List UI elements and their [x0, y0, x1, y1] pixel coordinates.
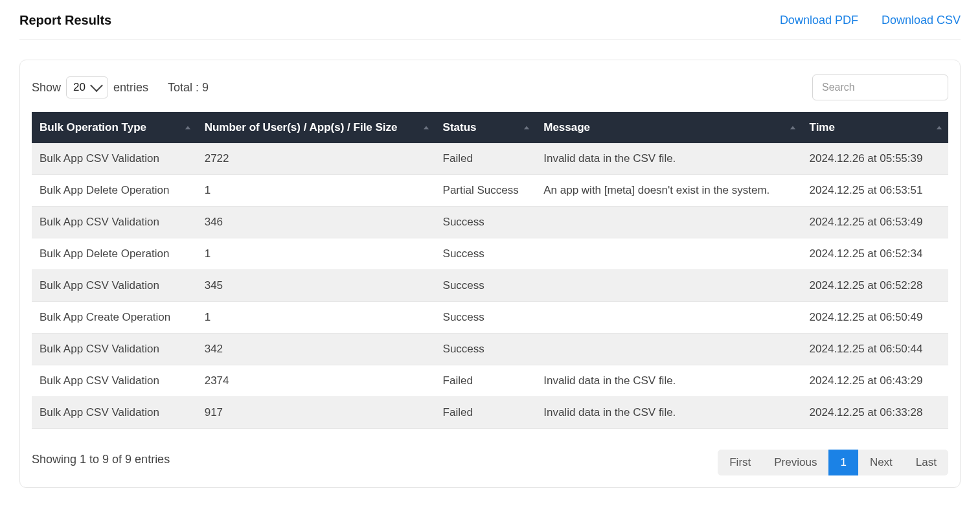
total-count: Total : 9 [168, 81, 209, 95]
page-title: Report Results [19, 13, 111, 28]
table-row: Bulk App CSV Validation346Success2024.12… [32, 207, 948, 238]
showing-entries: Showing 1 to 9 of 9 entries [32, 450, 170, 466]
cell-status: Failed [435, 143, 536, 175]
cell-status: Partial Success [435, 175, 536, 207]
report-table: Bulk Operation Type Number of User(s) / … [32, 112, 948, 429]
table-row: Bulk App CSV Validation917FailedInvalid … [32, 397, 948, 429]
cell-time: 2024.12.25 at 06:53:51 [802, 175, 948, 207]
cell-status: Failed [435, 365, 536, 397]
cell-number: 917 [197, 397, 435, 429]
cell-type: Bulk App CSV Validation [32, 143, 197, 175]
table-row: Bulk App Delete Operation1Partial Succes… [32, 175, 948, 207]
table-header-row: Bulk Operation Type Number of User(s) / … [32, 112, 948, 143]
cell-type: Bulk App Delete Operation [32, 175, 197, 207]
page-next-button[interactable]: Next [858, 450, 904, 475]
cell-number: 1 [197, 175, 435, 207]
page-number-button[interactable]: 1 [828, 450, 858, 475]
page-first-button[interactable]: First [718, 450, 762, 475]
controls-row: Show 20 entries Total : 9 [32, 74, 948, 100]
cell-message [536, 207, 801, 238]
sort-icon [937, 126, 942, 130]
cell-message [536, 270, 801, 302]
sort-icon [424, 126, 429, 130]
header-bar: Report Results Download PDF Download CSV [19, 13, 961, 40]
cell-message: Invalid data in the CSV file. [536, 397, 801, 429]
cell-status: Failed [435, 397, 536, 429]
cell-time: 2024.12.25 at 06:33:28 [802, 397, 948, 429]
page-previous-button[interactable]: Previous [762, 450, 828, 475]
cell-type: Bulk App Create Operation [32, 302, 197, 334]
col-message[interactable]: Message [536, 112, 801, 143]
cell-type: Bulk App CSV Validation [32, 270, 197, 302]
table-row: Bulk App CSV Validation342Success2024.12… [32, 334, 948, 365]
download-csv-link[interactable]: Download CSV [882, 14, 961, 27]
pagination: First Previous 1 Next Last [718, 450, 948, 475]
cell-status: Success [435, 302, 536, 334]
table-row: Bulk App Create Operation1Success2024.12… [32, 302, 948, 334]
controls-left: Show 20 entries Total : 9 [32, 76, 209, 98]
table-footer: Showing 1 to 9 of 9 entries First Previo… [32, 441, 948, 475]
col-time[interactable]: Time [802, 112, 948, 143]
cell-message: An app with [meta] doesn't exist in the … [536, 175, 801, 207]
cell-time: 2024.12.25 at 06:50:44 [802, 334, 948, 365]
sort-icon [524, 126, 529, 130]
cell-number: 1 [197, 238, 435, 270]
cell-message [536, 302, 801, 334]
cell-type: Bulk App CSV Validation [32, 334, 197, 365]
cell-number: 342 [197, 334, 435, 365]
cell-time: 2024.12.25 at 06:52:28 [802, 270, 948, 302]
header-actions: Download PDF Download CSV [780, 14, 961, 27]
sort-icon [790, 126, 795, 130]
cell-status: Success [435, 238, 536, 270]
cell-time: 2024.12.25 at 06:43:29 [802, 365, 948, 397]
table-row: Bulk App CSV Validation2722FailedInvalid… [32, 143, 948, 175]
cell-status: Success [435, 207, 536, 238]
entries-label: entries [113, 81, 148, 95]
cell-number: 2374 [197, 365, 435, 397]
cell-number: 345 [197, 270, 435, 302]
page-size-value: 20 [73, 81, 85, 94]
report-panel: Show 20 entries Total : 9 Bulk Operation… [19, 60, 961, 488]
cell-number: 346 [197, 207, 435, 238]
cell-number: 2722 [197, 143, 435, 175]
cell-message [536, 334, 801, 365]
search-input[interactable] [812, 74, 948, 100]
cell-type: Bulk App CSV Validation [32, 207, 197, 238]
show-label: Show [32, 81, 61, 95]
col-status[interactable]: Status [435, 112, 536, 143]
col-number[interactable]: Number of User(s) / App(s) / File Size [197, 112, 435, 143]
page-last-button[interactable]: Last [904, 450, 948, 475]
page-size-group: Show 20 entries [32, 76, 148, 98]
table-row: Bulk App CSV Validation2374FailedInvalid… [32, 365, 948, 397]
chevron-down-icon [90, 79, 103, 92]
cell-message: Invalid data in the CSV file. [536, 365, 801, 397]
cell-time: 2024.12.26 at 05:55:39 [802, 143, 948, 175]
table-row: Bulk App CSV Validation345Success2024.12… [32, 270, 948, 302]
cell-message: Invalid data in the CSV file. [536, 143, 801, 175]
cell-message [536, 238, 801, 270]
cell-time: 2024.12.25 at 06:50:49 [802, 302, 948, 334]
cell-number: 1 [197, 302, 435, 334]
col-bulk-operation-type[interactable]: Bulk Operation Type [32, 112, 197, 143]
cell-time: 2024.12.25 at 06:52:34 [802, 238, 948, 270]
cell-time: 2024.12.25 at 06:53:49 [802, 207, 948, 238]
cell-type: Bulk App CSV Validation [32, 397, 197, 429]
cell-status: Success [435, 270, 536, 302]
cell-type: Bulk App CSV Validation [32, 365, 197, 397]
page-size-select[interactable]: 20 [66, 76, 108, 98]
cell-status: Success [435, 334, 536, 365]
download-pdf-link[interactable]: Download PDF [780, 14, 858, 27]
sort-icon [185, 126, 190, 130]
cell-type: Bulk App Delete Operation [32, 238, 197, 270]
table-row: Bulk App Delete Operation1Success2024.12… [32, 238, 948, 270]
